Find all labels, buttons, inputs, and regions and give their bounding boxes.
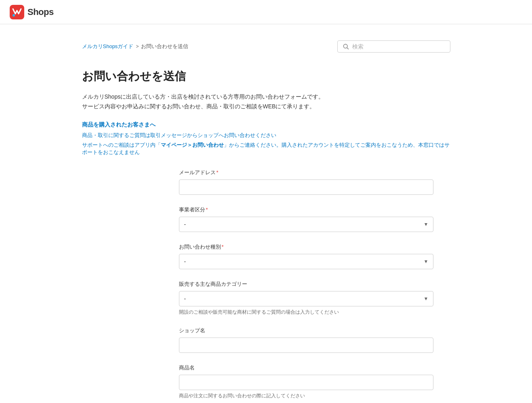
business-label: 事業者区分* — [179, 206, 433, 213]
info-section: 商品を購入されたお客さまへ 商品・取引に関するご質問は取引メッセージからショップ… — [82, 121, 450, 156]
email-required: * — [217, 169, 219, 175]
email-input[interactable] — [179, 179, 433, 195]
business-select[interactable]: - 個人 法人 — [179, 217, 433, 232]
search-box — [337, 40, 450, 53]
breadcrumb-home-link[interactable]: メルカリShopsガイド — [82, 43, 134, 50]
inquiry-type-label: お問い合わせ種別* — [179, 243, 433, 251]
logo-icon — [10, 5, 24, 19]
category-label: 販売する主な商品カテゴリー — [179, 281, 433, 288]
category-group: 販売する主な商品カテゴリー - ▼ 開設のご相談や販売可能な商材に関するご質問の… — [179, 281, 433, 316]
page-description: メルカリShopsに出店している方・出店を検討されている方専用のお問い合わせフォ… — [82, 92, 450, 112]
breadcrumb-current: お問い合わせを送信 — [141, 43, 188, 50]
info-secondary-link-1[interactable]: 商品・取引に関するご質問は取引メッセージからショップへお問い合わせください — [82, 132, 450, 139]
category-select-wrapper: - ▼ — [179, 291, 433, 306]
business-required: * — [206, 207, 208, 213]
inquiry-type-group: お問い合わせ種別* - ▼ — [179, 243, 433, 269]
svg-line-3 — [347, 48, 348, 49]
inquiry-type-select[interactable]: - — [179, 254, 433, 269]
business-select-wrapper: - 個人 法人 ▼ — [179, 217, 433, 232]
info-secondary-prefix: サポートへのご相談はアプリ内「 — [82, 142, 161, 148]
category-select[interactable]: - — [179, 291, 433, 306]
email-group: メールアドレス* — [179, 169, 433, 195]
svg-rect-0 — [10, 5, 24, 19]
business-group: 事業者区分* - 個人 法人 ▼ — [179, 206, 433, 232]
product-name-group: 商品名 商品や注文に関するお問い合わせの際に記入してください — [179, 364, 433, 399]
logo-area[interactable]: Shops — [10, 5, 54, 19]
product-hint: 商品や注文に関するお問い合わせの際に記入してください — [179, 392, 433, 399]
product-name-label: 商品名 — [179, 364, 433, 371]
info-secondary-text-2: サポートへのご相談はアプリ内「マイページ＞お問い合わせ」からご連絡ください。購入… — [82, 141, 450, 156]
logo-text: Shops — [27, 7, 54, 17]
contact-form: メールアドレス* 事業者区分* - 個人 法人 ▼ お問い合わせ種別* — [179, 169, 433, 399]
product-name-input[interactable] — [179, 375, 433, 390]
breadcrumb-separator: > — [136, 44, 139, 49]
description-line2: サービス内容やお申込みに関するお問い合わせ、商品・取引のご相談をWEBにて承りま… — [82, 102, 450, 112]
info-primary-link[interactable]: 商品を購入されたお客さまへ — [82, 121, 450, 129]
info-secondary-anchor[interactable]: マイページ＞お問い合わせ — [161, 142, 224, 148]
shop-name-input[interactable] — [179, 338, 433, 353]
category-hint: 開設のご相談や販売可能な商材に関するご質問の場合は入力してください — [179, 309, 433, 316]
search-icon — [343, 43, 349, 50]
email-label: メールアドレス* — [179, 169, 433, 176]
search-input[interactable] — [352, 43, 445, 50]
header: Shops — [0, 0, 532, 24]
breadcrumb: メルカリShopsガイド > お問い合わせを送信 — [82, 43, 189, 50]
svg-point-1 — [13, 14, 15, 17]
description-line1: メルカリShopsに出店している方・出店を検討されている方専用のお問い合わせフォ… — [82, 92, 450, 102]
breadcrumb-area: メルカリShopsガイド > お問い合わせを送信 — [82, 40, 450, 53]
main-content: メルカリShopsガイド > お問い合わせを送信 お問い合わせを送信 メルカリS… — [72, 24, 460, 403]
inquiry-type-select-wrapper: - ▼ — [179, 254, 433, 269]
shop-name-group: ショップ名 — [179, 327, 433, 353]
page-title: お問い合わせを送信 — [82, 69, 450, 84]
inquiry-type-required: * — [222, 244, 224, 250]
shop-name-label: ショップ名 — [179, 327, 433, 334]
